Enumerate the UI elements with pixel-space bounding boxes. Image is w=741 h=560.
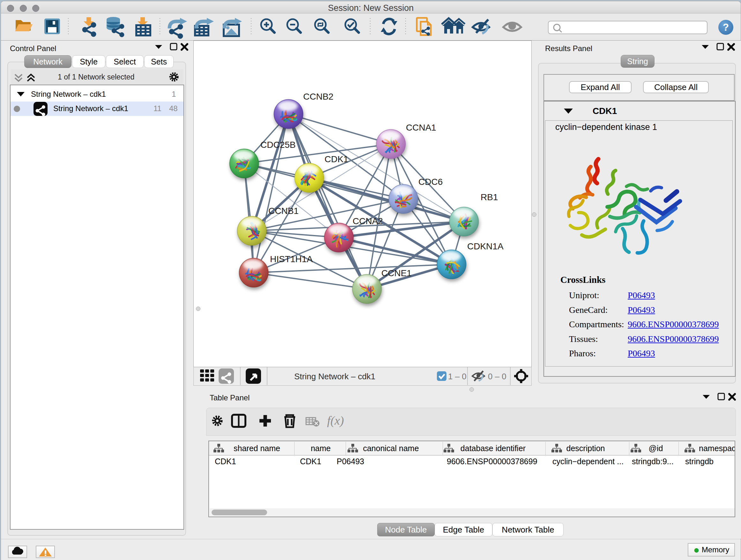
svg-text:HIST1H1A: HIST1H1A [270, 254, 313, 264]
svg-text:CCNB2: CCNB2 [303, 91, 333, 102]
svg-text:CCNA2: CCNA2 [353, 216, 383, 226]
svg-text:CCNE1: CCNE1 [381, 268, 412, 278]
svg-text:CCNB1: CCNB1 [268, 206, 299, 216]
svg-text:CDKN1A: CDKN1A [467, 241, 503, 251]
svg-text:CDK1: CDK1 [325, 154, 348, 164]
svg-text:f(x): f(x) [327, 414, 344, 428]
svg-text:CDC6: CDC6 [418, 177, 443, 187]
svg-text:CDC25B: CDC25B [260, 140, 295, 150]
svg-text:CCNA1: CCNA1 [406, 123, 436, 132]
svg-text:RB1: RB1 [481, 192, 498, 202]
